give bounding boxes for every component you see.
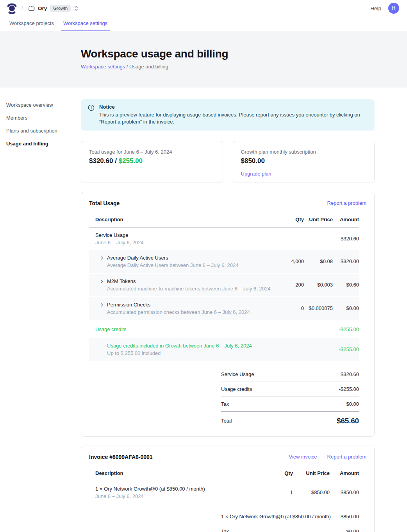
folder-icon xyxy=(29,5,35,11)
row-amount: -$255.00 xyxy=(333,326,359,332)
row-unit-price: $850.00 xyxy=(293,489,330,495)
row-name: Usage credits included in Growth between… xyxy=(107,343,252,349)
row-description: Up to $ 255.00 included xyxy=(107,350,252,356)
row-name: Average Daily Active Users xyxy=(107,255,239,261)
table-row-usage-credits-detail: Usage credits included in Growth between… xyxy=(89,338,359,362)
row-amount: $320.60 xyxy=(333,236,359,242)
row-amount: $0.00 xyxy=(333,305,359,311)
page-header: Workspace usage and billing Workspace se… xyxy=(0,31,407,88)
row-description: Accumulated machine-to-machine tokens be… xyxy=(107,286,270,292)
invoice-totals: 1 × Ory Network Growth@0 (at $850.00 / m… xyxy=(221,509,359,532)
expand-chevron-icon[interactable] xyxy=(100,303,104,307)
upgrade-plan-link[interactable]: Upgrade plan xyxy=(241,171,271,177)
usage-table-title: Total Usage xyxy=(89,200,120,206)
row-amount: -$255.00 xyxy=(333,346,359,352)
table-row-m2m-tokens: M2M Tokens Accumulated machine-to-machin… xyxy=(89,274,359,297)
total-usage-label: Total usage for June 6 – July 6, 2024 xyxy=(89,149,215,155)
breadcrumb-link-workspace-settings[interactable]: Workspace settings xyxy=(81,64,125,70)
row-qty: 4,000 xyxy=(273,258,304,264)
info-icon xyxy=(88,104,95,126)
row-name: Service Usage xyxy=(95,232,144,238)
row-period: June 6 – July 6, 2024 xyxy=(95,240,144,245)
row-amount: $850.00 xyxy=(330,489,359,495)
expand-chevron-icon[interactable] xyxy=(100,279,104,284)
sidebar-item-members[interactable]: Members xyxy=(6,113,77,123)
row-qty: 1 xyxy=(262,489,293,495)
topbar: / Ory Growth Help H xyxy=(0,0,407,16)
report-problem-link[interactable]: Report a problem xyxy=(327,200,366,206)
invoice-table-header: Description Qty Unit Price Amount xyxy=(89,466,359,481)
column-qty: Qty xyxy=(273,213,304,227)
column-description: Description xyxy=(89,466,262,481)
summary-row-service-usage: Service Usage $320.60 xyxy=(221,367,359,382)
sidebar-item-usage-and-billing[interactable]: Usage and billing xyxy=(6,138,77,149)
total-usage-table-card: Total Usage Report a problem Description… xyxy=(81,192,375,437)
row-description: Average Daily Active Users between June … xyxy=(107,262,239,268)
row-unit-price: $0.003 xyxy=(304,282,333,288)
expand-chevron-icon[interactable] xyxy=(100,256,104,260)
summary-row-total: Total $65.60 xyxy=(221,412,359,427)
breadcrumb-separator: / xyxy=(125,64,129,70)
page-title: Workspace usage and billing xyxy=(81,48,399,60)
row-name: Permission Checks xyxy=(107,302,250,308)
preview-notice: Notice This is a preview feature for dis… xyxy=(81,99,375,131)
row-qty: 0 xyxy=(273,305,304,311)
usage-separator: / xyxy=(113,157,118,165)
tab-workspace-projects[interactable]: Workspace projects xyxy=(7,16,56,31)
row-name: M2M Tokens xyxy=(107,278,270,284)
table-row-service-usage: Service Usage June 6 – July 6, 2024 $320… xyxy=(89,227,359,250)
summary-row-usage-credits: Usage credits -$255.00 xyxy=(221,382,359,397)
summary-row-tax: Tax $0.00 xyxy=(221,397,359,412)
column-unit-price: Unit Price xyxy=(293,466,330,481)
column-unit-price: Unit Price xyxy=(304,213,333,227)
user-avatar[interactable]: H xyxy=(388,3,399,14)
column-description: Description xyxy=(89,213,273,227)
help-link[interactable]: Help xyxy=(370,5,381,11)
notice-title: Notice xyxy=(99,104,368,110)
row-unit-price: $0.000075 xyxy=(304,305,333,311)
sidebar-item-plans-and-subscription[interactable]: Plans and subscription xyxy=(6,125,77,136)
table-row-daily-active-users: Average Daily Active Users Average Daily… xyxy=(89,250,359,274)
row-amount: $320.00 xyxy=(333,258,359,264)
usage-totals: Service Usage $320.60 Usage credits -$25… xyxy=(221,367,359,427)
sidebar-item-workspace-overview[interactable]: Workspace overview xyxy=(6,100,77,110)
invoice-row-growth-plan: 1 × Ory Network Growth@0 (at $850.00 / m… xyxy=(89,481,359,504)
subscription-card: Growth plan monthly subscription $850.00… xyxy=(233,141,375,183)
summary-row-tax: Tax $0.00 xyxy=(221,524,359,532)
settings-sidebar: Workspace overview Members Plans and sub… xyxy=(0,88,81,532)
breadcrumb-separator: / xyxy=(21,5,23,11)
usage-table-header: Description Qty Unit Price Amount xyxy=(89,213,359,227)
usage-included-amount: $255.00 xyxy=(119,157,143,165)
plan-badge: Growth xyxy=(50,5,71,12)
breadcrumb-current: Usage and billing xyxy=(129,64,168,70)
row-description: Accumulated permission checks between Ju… xyxy=(107,309,250,315)
invoice-title: Invoice #8099AFA6-0001 xyxy=(89,454,153,460)
usage-total-amount: $65.60 xyxy=(337,417,359,425)
ory-logo[interactable] xyxy=(7,3,17,14)
row-amount: $0.60 xyxy=(333,282,359,288)
subscription-label: Growth plan monthly subscription xyxy=(241,149,367,155)
row-name: Usage credits xyxy=(95,326,126,332)
view-invoice-link[interactable]: View invoice xyxy=(289,454,317,460)
column-amount: Amount xyxy=(333,213,359,227)
selector-chevrons-icon xyxy=(74,5,79,11)
row-name: 1 × Ory Network Growth@0 (at $850.00 / m… xyxy=(95,486,205,492)
breadcrumb: Workspace settings / Usage and billing xyxy=(81,64,399,70)
total-usage-card: Total usage for June 6 – July 6, 2024 $3… xyxy=(81,141,223,183)
table-row-usage-credits: Usage credits -$255.00 xyxy=(89,321,359,338)
report-problem-link[interactable]: Report a problem xyxy=(327,454,366,460)
row-period: June 6 – July 6, 2024 xyxy=(95,493,205,499)
subscription-amount: $850.00 xyxy=(241,157,367,165)
row-unit-price: $0.08 xyxy=(304,258,333,264)
workspace-name: Ory xyxy=(38,5,47,11)
workspace-tabs: Workspace projects Workspace settings xyxy=(0,16,407,31)
workspace-switcher[interactable]: Ory Growth xyxy=(28,4,79,13)
notice-body: This is a preview feature for displaying… xyxy=(99,111,368,126)
summary-row-plan: 1 × Ory Network Growth@0 (at $850.00 / m… xyxy=(221,509,359,524)
row-qty: 200 xyxy=(273,282,304,288)
column-amount: Amount xyxy=(330,466,359,481)
total-usage-value: $320.60 / $255.00 xyxy=(89,157,215,165)
invoice-card: Invoice #8099AFA6-0001 View invoice Repo… xyxy=(81,446,375,532)
table-row-permission-checks: Permission Checks Accumulated permission… xyxy=(89,297,359,321)
tab-workspace-settings[interactable]: Workspace settings xyxy=(61,16,110,31)
